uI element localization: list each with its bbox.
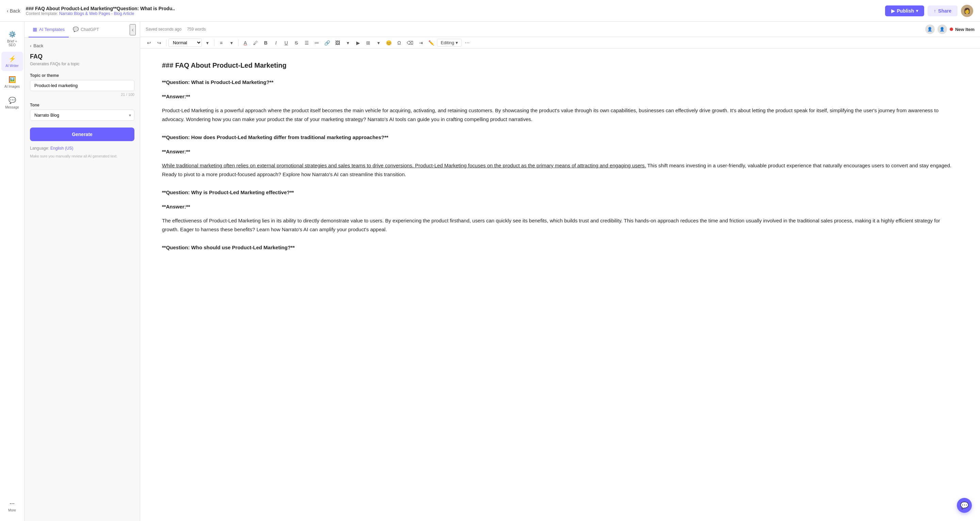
image-button[interactable]: 🖼 <box>333 39 342 47</box>
publish-icon: ▶ <box>891 8 895 14</box>
sidebar-item-more-label: More <box>8 508 16 512</box>
highlight-button[interactable]: 🖊 <box>251 39 260 47</box>
more-icon: ··· <box>10 500 14 507</box>
ai-templates-icon: ▦ <box>33 27 37 32</box>
header-title-block: ### FAQ About Product-Led Marketing**Que… <box>26 6 885 16</box>
content-template-label: Content template: <box>26 11 58 16</box>
bold-button[interactable]: B <box>261 39 270 47</box>
tone-label: Tone <box>30 103 134 108</box>
tab-chatgpt-label: ChatGPT <box>81 27 99 32</box>
align-left-button[interactable]: ≡ <box>216 39 226 47</box>
language-label: Language: <box>30 146 49 151</box>
brief-seo-icon: ⚙️ <box>8 30 16 38</box>
back-label: Back <box>10 8 21 14</box>
tab-chatgpt[interactable]: 💬 ChatGPT <box>69 22 103 37</box>
text-color-button[interactable]: A <box>240 39 250 47</box>
editing-chevron-icon: ▾ <box>456 40 458 45</box>
generate-button[interactable]: Generate <box>30 127 134 141</box>
play-button[interactable]: ▶ <box>353 39 363 47</box>
generate-label: Generate <box>72 132 92 137</box>
publish-button[interactable]: ▶ Publish ▾ <box>885 5 924 16</box>
topic-input[interactable] <box>30 80 134 91</box>
a2-label-text: **Answer:** <box>162 149 190 154</box>
link-button[interactable]: 🔗 <box>322 39 332 47</box>
strikethrough-button[interactable]: S <box>292 39 301 47</box>
new-item-button[interactable]: New Item <box>950 27 975 32</box>
user-avatar[interactable]: 👩 <box>961 5 973 17</box>
sidebar-item-brief-seo[interactable]: ⚙️ Brief + SEO <box>2 27 23 50</box>
editor-topbar: Saved seconds ago 759 words 👤 👤 New Item <box>140 22 980 37</box>
q3-bold: **Question: Why is Product-Led Marketing… <box>162 189 294 195</box>
table-dropdown-button[interactable]: ▾ <box>374 39 383 47</box>
sidebar-item-message-label: Message <box>5 105 19 109</box>
share-icon: ↑ <box>934 8 936 14</box>
topic-label: Topic or theme <box>30 73 134 78</box>
editing-label: Editing <box>441 40 454 45</box>
editing-badge[interactable]: Editing ▾ <box>437 39 462 47</box>
ai-panel-content: ‹ Back FAQ Generates FAQs for a topic To… <box>24 38 140 521</box>
avatar-emoji: 👩 <box>964 8 970 14</box>
italic-button[interactable]: I <box>271 39 281 47</box>
a3-body: The effectiveness of Product-Led Marketi… <box>162 216 958 233</box>
panel-back-link[interactable]: ‹ Back <box>30 43 134 48</box>
back-button[interactable]: ‹ Back <box>7 8 21 14</box>
panel-collapse-button[interactable]: ‹ <box>130 24 136 35</box>
document-title: ### FAQ About Product-Led Marketing**Que… <box>26 6 885 11</box>
undo-button[interactable]: ↩ <box>144 39 154 47</box>
numbered-list-button[interactable]: ≔ <box>312 39 321 47</box>
share-button[interactable]: ↑ Share <box>928 5 958 16</box>
emoji-button[interactable]: 😊 <box>384 39 394 47</box>
indent-button[interactable]: ⇥ <box>416 39 426 47</box>
main-area: ⚙️ Brief + SEO ⚡ AI Writer 🖼️ AI Images … <box>0 22 980 521</box>
sidebar-item-ai-images[interactable]: 🖼️ AI Images <box>2 72 23 92</box>
q4-bold: **Question: Who should use Product-Led M… <box>162 245 295 250</box>
more-options-button[interactable]: ⋯ <box>463 39 472 47</box>
chatgpt-icon: 💬 <box>73 27 79 32</box>
panel-back-arrow-icon: ‹ <box>30 43 31 48</box>
content-template-link[interactable]: Narrato Blogs & Web Pages - Blog Article <box>59 11 134 16</box>
sidebar-item-ai-images-label: AI Images <box>5 85 20 89</box>
tab-ai-templates[interactable]: ▦ AI Templates <box>29 22 69 37</box>
collab-user-icon-1: 👤 <box>925 24 935 34</box>
content-template-subtitle: Content template: Narrato Blogs & Web Pa… <box>26 11 885 16</box>
word-count: 759 words <box>187 27 205 32</box>
style-select[interactable]: Normal Heading 1 Heading 2 <box>169 38 202 47</box>
disclaimer: Make sure you manually review all AI gen… <box>30 153 134 159</box>
redo-button[interactable]: ↪ <box>154 39 164 47</box>
doc-status: Saved seconds ago <box>146 27 181 32</box>
clear-format-button[interactable]: ⌫ <box>404 39 415 47</box>
q2-bold: **Question: How does Product-Led Marketi… <box>162 134 388 140</box>
pencil-button[interactable]: ✏️ <box>426 39 436 47</box>
align-dropdown-button[interactable]: ▾ <box>227 39 236 47</box>
tone-select[interactable]: Narrato Blog Professional Casual Formal <box>30 110 134 121</box>
faq-subtitle: Generates FAQs for a topic <box>30 62 134 66</box>
collab-user-icon-2: 👤 <box>937 24 947 34</box>
toolbar-divider-1 <box>166 40 166 46</box>
a1-label: **Answer:** <box>162 92 958 101</box>
underline-button[interactable]: U <box>282 39 291 47</box>
back-arrow-icon: ‹ <box>7 8 8 14</box>
a2-label: **Answer:** <box>162 147 958 156</box>
bullet-list-button[interactable]: ☰ <box>302 39 311 47</box>
special-chars-button[interactable]: Ω <box>395 39 404 47</box>
style-chevron-button[interactable]: ▾ <box>202 39 212 47</box>
sidebar-item-message[interactable]: 💬 Message <box>2 93 23 113</box>
content-heading: ### FAQ About Product-Led Marketing <box>162 59 958 71</box>
chat-bubble-button[interactable]: 💬 <box>957 498 972 513</box>
a2-body: While traditional marketing often relies… <box>162 161 958 178</box>
ai-writer-icon: ⚡ <box>8 55 16 63</box>
sidebar-item-more[interactable]: ··· More <box>2 497 23 516</box>
q3-text: **Question: Why is Product-Led Marketing… <box>162 188 958 197</box>
sidebar-item-ai-writer-label: AI Writer <box>5 64 19 68</box>
editor-content[interactable]: ### FAQ About Product-Led Marketing **Qu… <box>140 49 980 521</box>
new-item-label: New Item <box>955 27 975 32</box>
image-dropdown-button[interactable]: ▾ <box>343 39 353 47</box>
table-button[interactable]: ⊞ <box>363 39 373 47</box>
q1-text: **Question: What is Product-Led Marketin… <box>162 78 958 87</box>
language-link[interactable]: English (US) <box>50 146 73 151</box>
icon-sidebar: ⚙️ Brief + SEO ⚡ AI Writer 🖼️ AI Images … <box>0 22 24 521</box>
q2-text: **Question: How does Product-Led Marketi… <box>162 133 958 142</box>
a3-label-text: **Answer:** <box>162 204 190 210</box>
sidebar-item-ai-writer[interactable]: ⚡ AI Writer <box>2 52 23 71</box>
editor-area: Saved seconds ago 759 words 👤 👤 New Item… <box>140 22 980 521</box>
